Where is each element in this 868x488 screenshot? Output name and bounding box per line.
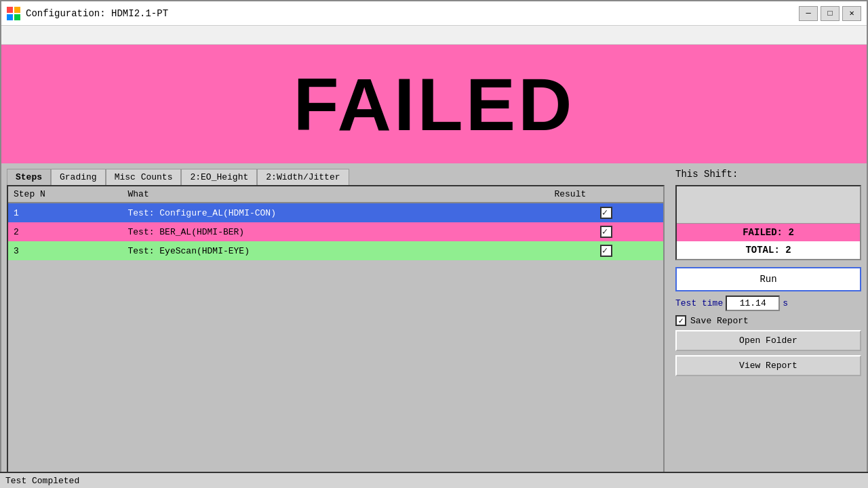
failed-count: FAILED: 2 xyxy=(677,224,860,241)
app-icon xyxy=(7,7,20,20)
col-what: What xyxy=(123,186,549,203)
titlebar: Configuration: HDMI2.1-PT ─ □ ✕ xyxy=(1,1,867,26)
step-what: Test: BER_AL(HDMI-BER) xyxy=(123,222,549,241)
tab-width-jitter[interactable]: 2:Width/Jitter xyxy=(257,169,349,185)
close-button[interactable]: ✕ xyxy=(842,6,861,21)
tab-grading[interactable]: Grading xyxy=(51,169,106,185)
svg-rect-2 xyxy=(7,14,13,20)
table-row[interactable]: 1 Test: Configure_AL(HDMI-CON) xyxy=(8,203,663,222)
testtime-input[interactable] xyxy=(726,296,780,311)
tab-eo-height[interactable]: 2:EO_Height xyxy=(181,169,257,185)
checkbox-checked-icon xyxy=(600,245,612,257)
step-number: 3 xyxy=(8,241,123,260)
tab-misc-counts[interactable]: Misc Counts xyxy=(106,169,182,185)
table-row[interactable]: 3 Test: EyeScan(HDMI-EYE) xyxy=(8,241,663,260)
failed-banner: FAILED xyxy=(1,45,867,163)
table-row[interactable]: 2 Test: BER_AL(HDMI-BER) xyxy=(8,222,663,241)
col-result: Result xyxy=(549,186,663,203)
svg-rect-1 xyxy=(14,7,20,13)
tabs: Steps Grading Misc Counts 2:EO_Height 2:… xyxy=(7,169,665,185)
step-what: Test: EyeScan(HDMI-EYE) xyxy=(123,241,549,260)
checkbox-checked-icon xyxy=(600,226,612,238)
window-title: Configuration: HDMI2.1-PT xyxy=(26,8,168,19)
maximize-button[interactable]: □ xyxy=(821,6,840,21)
steps-table-container: Step N What Result 1 Test: Configure_AL(… xyxy=(7,185,665,484)
step-what: Test: Configure_AL(HDMI-CON) xyxy=(123,203,549,222)
left-panel: Steps Grading Misc Counts 2:EO_Height 2:… xyxy=(1,163,670,488)
shift-box: FAILED: 2 TOTAL: 2 xyxy=(675,185,861,260)
titlebar-controls: ─ □ ✕ xyxy=(799,6,861,21)
checkbox-checked-icon xyxy=(600,207,612,219)
view-report-button[interactable]: View Report xyxy=(675,355,861,376)
col-step-n: Step N xyxy=(8,186,123,203)
step-result xyxy=(549,222,663,241)
open-folder-button[interactable]: Open Folder xyxy=(675,330,861,351)
save-report-label: Save Report xyxy=(690,316,749,326)
step-result xyxy=(549,203,663,222)
titlebar-left: Configuration: HDMI2.1-PT xyxy=(7,7,168,20)
total-count: TOTAL: 2 xyxy=(677,241,860,259)
testtime-label: Test time xyxy=(675,298,723,308)
testtime-unit: s xyxy=(783,298,788,308)
tab-steps[interactable]: Steps xyxy=(7,169,51,185)
run-button[interactable]: Run xyxy=(675,267,861,291)
testtime-row: Test time s xyxy=(675,296,861,311)
status-text: Test Completed xyxy=(5,476,79,486)
svg-rect-0 xyxy=(7,7,13,13)
failed-label: FAILED xyxy=(293,61,574,147)
step-number: 1 xyxy=(8,203,123,222)
step-number: 2 xyxy=(8,222,123,241)
right-panel: This Shift: FAILED: 2 TOTAL: 2 Run Test … xyxy=(670,163,867,488)
minimize-button[interactable]: ─ xyxy=(799,6,818,21)
main-area: FAILED Steps Grading Misc Counts 2:EO_He… xyxy=(1,45,867,488)
save-report-row: ✓ Save Report xyxy=(675,315,861,326)
menubar xyxy=(1,26,867,45)
steps-table: Step N What Result 1 Test: Configure_AL(… xyxy=(8,186,663,260)
shift-box-upper xyxy=(677,186,860,224)
statusbar: Test Completed xyxy=(0,472,868,488)
body-area: Steps Grading Misc Counts 2:EO_Height 2:… xyxy=(1,163,867,488)
shift-label: This Shift: xyxy=(675,169,861,180)
svg-rect-3 xyxy=(14,14,20,20)
step-result xyxy=(549,241,663,260)
save-report-checkbox[interactable]: ✓ xyxy=(675,315,686,326)
